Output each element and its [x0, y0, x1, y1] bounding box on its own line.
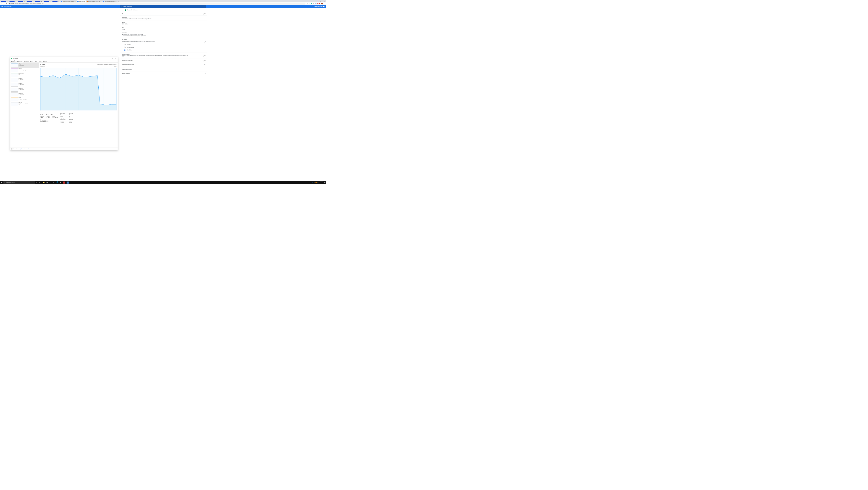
- notification-icon[interactable]: 💬: [324, 182, 326, 183]
- app-icon[interactable]: ▯: [67, 182, 69, 184]
- cpu-chart: [40, 68, 117, 110]
- new-tab-button[interactable]: +: [118, 0, 120, 2]
- close-tab-icon[interactable]: ✕: [74, 1, 76, 2]
- browser-tab[interactable]: ✕: [0, 0, 9, 2]
- maximize-button[interactable]: ☐: [111, 58, 114, 59]
- browser-tab[interactable]: How to determine why Go✕: [102, 0, 118, 2]
- ext-icon[interactable]: ▭: [313, 3, 314, 4]
- taskbar-clock[interactable]: 10:15 AM 4/12/2019: [319, 182, 323, 184]
- store-icon[interactable]: 🛍: [46, 182, 49, 184]
- adblock-icon[interactable]: ♻: [309, 3, 310, 4]
- incognito-toggle[interactable]: [203, 55, 206, 56]
- chrome-menu-icon[interactable]: ⋮: [324, 3, 325, 4]
- siteaccess-onclick[interactable]: On click: [122, 43, 206, 46]
- bookmark-star-icon[interactable]: ☆: [306, 2, 308, 5]
- devmode-toggle[interactable]: [323, 6, 325, 7]
- close-tab-icon[interactable]: ✕: [24, 1, 25, 2]
- tab-app-history[interactable]: App history: [23, 61, 29, 62]
- back-arrow-icon[interactable]: ←: [121, 9, 123, 11]
- ext-icon[interactable]: ⬣: [317, 3, 318, 4]
- minimize-button[interactable]: ─: [315, 0, 319, 2]
- cortana-icon[interactable]: ⎚: [36, 182, 38, 184]
- close-tab-icon[interactable]: ✕: [15, 1, 17, 2]
- reload-button[interactable]: ⟳: [5, 2, 8, 5]
- browser-tab[interactable]: ✕: [9, 0, 18, 2]
- chrome-icon[interactable]: 🌐: [57, 182, 59, 184]
- description-text: Your protection on the Internet with ext…: [122, 18, 206, 20]
- close-button[interactable]: ✕: [322, 0, 327, 2]
- siteaccess-specific[interactable]: On specific sites: [122, 46, 206, 49]
- sidebar-item-eth[interactable]: EthernetS: 0 R: 0 Kbps: [11, 87, 39, 92]
- forward-button[interactable]: →: [3, 2, 5, 5]
- profile-avatar[interactable]: T: [321, 3, 323, 4]
- browser-tab[interactable]: kaspersky chrome extension✕: [60, 0, 77, 2]
- close-tab-icon[interactable]: ✕: [115, 1, 117, 2]
- app-icon[interactable]: *: [63, 182, 65, 184]
- fewer-details-button[interactable]: ˄ Fewer details: [11, 148, 19, 150]
- hamburger-icon[interactable]: ☰: [1, 5, 3, 7]
- close-tab-icon[interactable]: ✕: [6, 1, 8, 2]
- open-resource-monitor-link[interactable]: ◉ Open Resource Monitor: [20, 148, 31, 150]
- edge-icon[interactable]: e: [50, 182, 52, 184]
- tab-details[interactable]: Details: [38, 61, 42, 62]
- browser-tab[interactable]: ✕: [52, 0, 60, 2]
- volume-icon[interactable]: 🔊: [317, 182, 318, 183]
- minimize-button[interactable]: ─: [108, 58, 111, 59]
- sidebar-item-eth[interactable]: EthernetS: 0 R: 0 Kbps: [11, 92, 39, 97]
- network-icon[interactable]: 📶: [315, 182, 317, 183]
- remove-extension-button[interactable]: Remove extension ›: [120, 71, 207, 75]
- menu-view[interactable]: View: [18, 59, 20, 61]
- tray-chevron-icon[interactable]: ˄: [314, 182, 315, 183]
- close-tab-icon[interactable]: ✕: [58, 1, 60, 2]
- view-in-store-button[interactable]: View in Chrome Web Store: [120, 62, 207, 66]
- fileurl-toggle[interactable]: [203, 60, 206, 61]
- cpu-utilization: 8%: [40, 114, 44, 116]
- maximize-button[interactable]: ☐: [319, 0, 322, 2]
- browser-tab[interactable]: ✕: [35, 0, 43, 2]
- ext-icon[interactable]: ▶: [319, 3, 320, 4]
- browser-tab[interactable]: ✕: [18, 0, 26, 2]
- close-tab-icon[interactable]: ✕: [41, 1, 42, 2]
- tab-users[interactable]: Users: [34, 61, 38, 62]
- ext-icon[interactable]: ▤: [315, 3, 317, 4]
- app-icon[interactable]: ▦: [60, 182, 62, 184]
- sidebar-item-eth[interactable]: EthernetS: 0 R: 0 Kbps: [11, 82, 39, 87]
- sidebar-item-eth[interactable]: EthernetS: 0 R: 0 Kbps: [11, 78, 39, 82]
- tab-services[interactable]: Services: [42, 61, 48, 62]
- close-tab-icon[interactable]: ✕: [84, 1, 85, 2]
- file-explorer-icon[interactable]: 📁: [43, 182, 45, 184]
- siteaccess-allsites[interactable]: On all sites: [122, 49, 206, 51]
- search-extensions-input[interactable]: Search extensions: [120, 5, 206, 8]
- task-view-icon[interactable]: ⧉: [39, 182, 41, 184]
- enable-toggle[interactable]: [203, 13, 206, 14]
- taskbar-search[interactable]: ○ Type here to search: [3, 181, 35, 184]
- sidebar-item-disk[interactable]: Disk 0 (C:)6%: [11, 72, 39, 77]
- browser-tab[interactable]: ✕: [26, 0, 35, 2]
- task-manager-titlebar[interactable]: Task Manager ─ ☐ ✕: [10, 57, 118, 59]
- tab-processes[interactable]: Processes: [10, 61, 16, 62]
- close-button[interactable]: ✕: [114, 58, 117, 59]
- close-tab-icon[interactable]: ✕: [100, 1, 101, 2]
- tab-performance[interactable]: Performance: [16, 61, 23, 62]
- url-input[interactable]: ◈ Chrome | chrome://extensions/?id=amkpc…: [8, 2, 305, 4]
- external-link-icon: [204, 64, 206, 65]
- sidebar-item-wifi[interactable]: Wi-FiS: 48.0 R: 32.0 Kbps: [11, 97, 39, 102]
- browser-tab[interactable]: How to Fix High CPU Usage✕: [86, 0, 102, 2]
- sidebar-item-gpu[interactable]: GPU 0NVIDIA GeForce GTX 971%: [11, 102, 39, 106]
- sidebar-item-mem[interactable]: Memory8.3/31.9 GB (26%): [11, 68, 39, 72]
- menu-file[interactable]: File: [11, 59, 13, 61]
- close-tab-icon[interactable]: ✕: [50, 1, 51, 2]
- url-text: chrome://extensions/?id=amkpcclbbgegoafi…: [15, 3, 43, 4]
- start-button[interactable]: [0, 181, 3, 184]
- browser-tab[interactable]: Extensions✕: [77, 0, 86, 2]
- people-icon[interactable]: 👤: [312, 182, 313, 183]
- info-icon[interactable]: i: [204, 41, 206, 42]
- browser-tab[interactable]: ✕: [43, 0, 52, 2]
- tab-startup[interactable]: Startup: [29, 61, 34, 62]
- back-button[interactable]: ←: [0, 2, 3, 5]
- menu-options[interactable]: Options: [13, 59, 18, 61]
- close-tab-icon[interactable]: ✕: [32, 1, 34, 2]
- mail-icon[interactable]: ✉: [53, 182, 55, 184]
- kaspersky-icon[interactable]: ◉: [311, 3, 312, 4]
- sidebar-item-cpu[interactable]: CPU8% 4.92 GHz: [11, 63, 39, 68]
